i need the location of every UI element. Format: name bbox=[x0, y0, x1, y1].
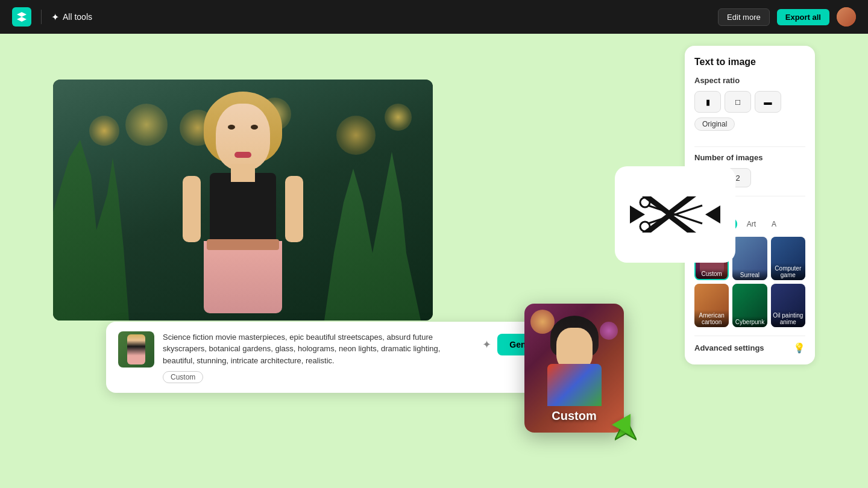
photo-canvas: Science fiction movie masterpieces, epic… bbox=[53, 80, 529, 405]
hint-button[interactable]: 💡 bbox=[793, 342, 805, 354]
ar-square-button[interactable]: □ bbox=[725, 91, 751, 113]
export-all-button[interactable]: Export all bbox=[777, 9, 829, 25]
main-area: Science fiction movie masterpieces, epic… bbox=[0, 34, 868, 488]
style-label-american: American cartoon bbox=[694, 310, 729, 327]
style-label-surreal: Surreal bbox=[732, 269, 767, 280]
skirt bbox=[204, 241, 282, 313]
prompt-content: Science fiction movie masterpieces, epic… bbox=[163, 331, 474, 384]
avatar-image bbox=[837, 7, 856, 27]
style-label-custom: Custom bbox=[696, 268, 728, 279]
bokeh-1 bbox=[89, 116, 119, 146]
style-tab-art[interactable]: Art bbox=[741, 217, 762, 231]
logo-watermark bbox=[615, 166, 735, 263]
divider-1 bbox=[694, 146, 805, 147]
style-tab-a[interactable]: A bbox=[766, 217, 782, 231]
edit-more-button[interactable]: Edit more bbox=[718, 8, 770, 26]
svg-marker-4 bbox=[615, 418, 637, 440]
aspect-ratio-label: Aspect ratio bbox=[694, 76, 805, 85]
card-deco-1 bbox=[530, 310, 555, 334]
style-label-computer: Computer game bbox=[771, 263, 805, 280]
ar-square-icon: □ bbox=[735, 98, 740, 107]
prompt-tag[interactable]: Custom bbox=[163, 371, 203, 383]
custom-card-label: Custom bbox=[524, 409, 624, 423]
ar-landscape-button[interactable]: ▬ bbox=[755, 91, 781, 113]
custom-card-popup[interactable]: Custom bbox=[524, 304, 624, 433]
ar-original-label[interactable]: Original bbox=[694, 117, 735, 131]
style-label-cyberpunk: Cyberpunk bbox=[732, 316, 767, 327]
left-arm bbox=[183, 176, 201, 242]
style-item-american[interactable]: American cartoon bbox=[694, 284, 729, 327]
aspect-ratio-buttons: ▮ □ ▬ bbox=[694, 91, 805, 113]
style-label-oilpainting: Oil painting anime bbox=[771, 310, 805, 327]
style-item-cyberpunk[interactable]: Cyberpunk bbox=[732, 284, 767, 327]
logo-watermark-bg bbox=[615, 166, 735, 263]
arrow-svg bbox=[615, 418, 637, 443]
prompt-thumb-image bbox=[118, 331, 154, 368]
card-body bbox=[547, 364, 602, 406]
bokeh-2 bbox=[125, 104, 168, 146]
ar-portrait-icon: ▮ bbox=[706, 98, 710, 107]
sparkle-button[interactable]: ✦ bbox=[482, 338, 491, 351]
thumb-figure bbox=[127, 334, 145, 364]
tools-icon: ✦ bbox=[51, 11, 59, 23]
lips bbox=[234, 152, 251, 158]
right-arm bbox=[285, 176, 303, 242]
hint-icon: 💡 bbox=[793, 343, 805, 353]
avatar[interactable] bbox=[837, 7, 856, 27]
style-item-oilpainting[interactable]: Oil painting anime bbox=[771, 284, 805, 327]
num-images-label: Number of images bbox=[694, 153, 805, 162]
custom-card-background: Custom bbox=[524, 304, 624, 433]
prompt-text: Science fiction movie masterpieces, epic… bbox=[163, 331, 474, 367]
capcut-logo-svg bbox=[630, 187, 720, 242]
right-eye bbox=[251, 125, 258, 130]
body-top bbox=[210, 173, 276, 245]
woman-figure bbox=[171, 80, 315, 321]
style-item-computer[interactable]: Computer game bbox=[771, 237, 805, 280]
main-photo bbox=[53, 80, 433, 321]
nav-right-actions: Edit more Export all bbox=[718, 7, 856, 27]
nav-divider bbox=[41, 10, 42, 24]
belt bbox=[207, 239, 279, 250]
ar-landscape-icon: ▬ bbox=[764, 98, 772, 107]
sparkle-icon: ✦ bbox=[482, 339, 491, 351]
card-deco-2 bbox=[600, 322, 618, 340]
divider-3 bbox=[694, 336, 805, 336]
face bbox=[216, 104, 270, 170]
bokeh-5 bbox=[336, 116, 376, 155]
all-tools-nav[interactable]: ✦ All tools bbox=[51, 11, 92, 23]
neck bbox=[231, 164, 255, 182]
style-item-surreal[interactable]: Surreal bbox=[732, 237, 767, 280]
bokeh-6 bbox=[385, 104, 412, 131]
prompt-thumbnail bbox=[118, 331, 154, 368]
app-logo[interactable] bbox=[12, 7, 31, 27]
panel-title: Text to image bbox=[694, 57, 805, 67]
top-navigation: ✦ All tools Edit more Export all bbox=[0, 0, 868, 34]
left-eye bbox=[228, 125, 235, 130]
all-tools-label: All tools bbox=[63, 12, 92, 22]
ar-portrait-button[interactable]: ▮ bbox=[694, 91, 721, 113]
advanced-label: Advanced settings bbox=[694, 343, 764, 352]
advanced-settings-row: Advanced settings 💡 bbox=[694, 342, 805, 354]
prompt-bar: Science fiction movie masterpieces, epic… bbox=[106, 322, 570, 393]
